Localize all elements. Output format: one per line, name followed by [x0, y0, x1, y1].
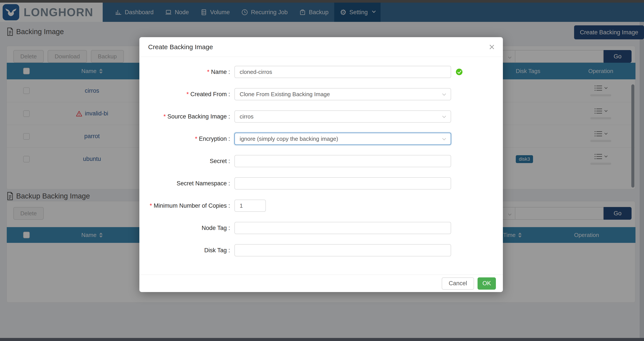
source-backing-image-select[interactable]: cirros	[234, 110, 451, 123]
valid-check-icon	[456, 69, 462, 75]
longhorn-app: LONGHORN Dashboard Node Volume Recurring…	[0, 0, 644, 341]
modal-footer: Cancel OK	[139, 274, 503, 292]
close-icon[interactable]	[488, 43, 496, 51]
form-row-minimum-copies: Minimum Number of Copies	[139, 200, 503, 212]
form-row-created-from: Created From Clone From Existing Backing…	[139, 88, 503, 100]
form-row-disk-tag: Disk Tag	[139, 244, 503, 256]
field-label: Secret Namespace	[139, 180, 230, 187]
field-label: Created From	[139, 91, 230, 98]
form-row-node-tag: Node Tag	[139, 222, 503, 234]
field-label: Node Tag	[139, 225, 230, 231]
disk-tag-input[interactable]	[234, 244, 451, 256]
chevron-down-icon	[442, 114, 446, 118]
form-row-secret-namespace: Secret Namespace	[139, 177, 503, 190]
field-label: Source Backing Image	[139, 113, 230, 120]
node-tag-input[interactable]	[234, 222, 451, 234]
modal-title: Create Backing Image	[148, 37, 213, 57]
chevron-down-icon	[442, 92, 446, 96]
form-row-name: Name	[139, 66, 503, 78]
field-label: Encryption	[139, 136, 230, 142]
form-row-source-backing-image: Source Backing Image cirros	[139, 110, 503, 123]
modal-header: Create Backing Image	[139, 37, 503, 57]
create-backing-image-modal: Create Backing Image Name Created From C…	[139, 37, 503, 292]
cancel-button[interactable]: Cancel	[442, 277, 474, 290]
encryption-select[interactable]: ignore (simply copy the backing image)	[234, 133, 451, 145]
field-label: Secret	[139, 158, 230, 165]
field-label: Minimum Number of Copies	[139, 202, 230, 209]
secret-namespace-input[interactable]	[234, 177, 451, 190]
ok-button[interactable]: OK	[478, 277, 496, 290]
created-from-select[interactable]: Clone From Existing Backing Image	[234, 88, 451, 100]
form-row-encryption: Encryption ignore (simply copy the backi…	[139, 133, 503, 145]
secret-input[interactable]	[234, 155, 451, 167]
chevron-down-icon	[442, 137, 446, 140]
field-label: Name	[139, 69, 230, 75]
form-row-secret: Secret	[139, 155, 503, 167]
modal-body: Name Created From Clone From Existing Ba…	[139, 57, 503, 274]
field-label: Disk Tag	[139, 247, 230, 254]
minimum-copies-input[interactable]	[234, 200, 266, 212]
name-input[interactable]	[234, 66, 451, 78]
